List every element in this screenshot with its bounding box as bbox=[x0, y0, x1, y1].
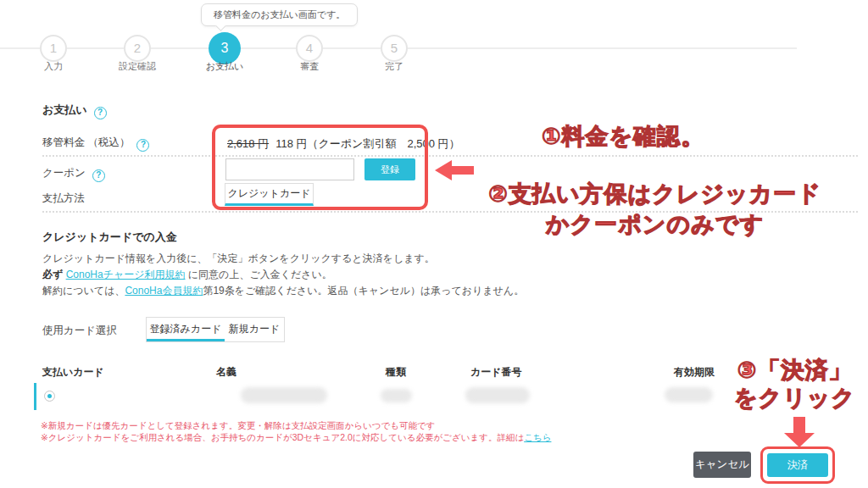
step-tooltip: 移管料金のお支払い画面です。 bbox=[201, 3, 358, 26]
selected-row-indicator bbox=[34, 383, 36, 410]
annotation-highlight-box bbox=[212, 125, 428, 210]
tab-registered-card[interactable]: 登録済みカード bbox=[147, 318, 225, 341]
credit-line2-rest: に同意の上、ご入金ください。 bbox=[186, 269, 332, 280]
payment-page: 移管料金のお支払い画面です。 1 2 3 4 5 入力 設定確認 お支払い 審査… bbox=[0, 0, 868, 488]
down-arrow-icon bbox=[784, 417, 815, 447]
step-circle-5: 5 bbox=[381, 35, 408, 62]
fee-label: 移管料金 （税込）? bbox=[42, 136, 149, 152]
credit-line3: 解約については、ConoHa会員規約第19条をご確認ください。返品（キャンセル）… bbox=[42, 283, 636, 299]
method-label: 支払方法 bbox=[42, 191, 85, 206]
credit-line3-pre: 解約については、 bbox=[42, 285, 125, 297]
step-tooltip-text: 移管料金のお支払い画面です。 bbox=[214, 9, 345, 19]
step-circle-4: 4 bbox=[296, 35, 323, 62]
details-link[interactable]: こちら bbox=[524, 432, 551, 442]
credit-section-paragraph: クレジットカード情報を入力後に、「決定」ボタンをクリックすると決済をします。 必… bbox=[42, 251, 636, 299]
cancel-button[interactable]: キャンセル bbox=[693, 452, 751, 478]
note-2: ※クレジットカードをご利用される場合、お手持ちのカードが3Dセキュア2.0に対応… bbox=[41, 432, 551, 444]
step-circle-1: 1 bbox=[40, 35, 67, 62]
fee-label-text: 移管料金 （税込） bbox=[42, 136, 130, 148]
credit-line2-bold: 必ず bbox=[42, 269, 66, 280]
credit-section-heading: クレジットカードでの入金 bbox=[42, 230, 177, 245]
credit-line2: 必ず ConoHaチャージ利用規約 に同意の上、ご入金ください。 bbox=[42, 267, 636, 283]
col-type: 種類 bbox=[386, 365, 406, 380]
card-type-redacted bbox=[381, 389, 412, 402]
annotation-step3: ③「決済」 をクリック bbox=[725, 357, 865, 413]
left-arrow-icon bbox=[435, 160, 474, 180]
member-terms-link[interactable]: ConoHa会員規約 bbox=[125, 285, 203, 297]
step-label-confirm: 設定確認 bbox=[99, 60, 175, 73]
col-name: 名義 bbox=[216, 365, 236, 380]
annotation-step2-line1: ②支払い方保はクレジッカード bbox=[453, 179, 856, 209]
credit-line3-rest: 第19条をご確認ください。返品（キャンセル）は承っておりません。 bbox=[203, 285, 524, 297]
annotation-step3-line1: ③「決済」 bbox=[725, 357, 865, 385]
step-label-review: 審査 bbox=[271, 60, 348, 73]
card-select-tabs: 登録済みカード 新規カード bbox=[146, 317, 285, 342]
card-number-redacted bbox=[465, 387, 530, 403]
help-icon[interactable]: ? bbox=[92, 169, 105, 182]
annotation-step3-line2: をクリック bbox=[725, 385, 865, 413]
step-label-payment: お支払い bbox=[186, 60, 263, 73]
note-1: ※新規カードは優先カードとして登録されます。変更・解除は支払設定画面からいつでも… bbox=[41, 420, 435, 432]
divider bbox=[42, 155, 858, 157]
card-expiry-redacted bbox=[665, 387, 713, 402]
coupon-label: クーポン? bbox=[42, 166, 105, 182]
credit-line1: クレジットカード情報を入力後に、「決定」ボタンをクリックすると決済をします。 bbox=[42, 251, 636, 267]
card-name-redacted bbox=[241, 387, 327, 403]
coupon-label-text: クーポン bbox=[42, 167, 86, 179]
annotation-step1: ①料金を確認。 bbox=[487, 121, 759, 152]
annotation-step2-line2: かクーポンのみです bbox=[453, 209, 856, 240]
submit-button[interactable]: 決済 bbox=[767, 453, 828, 477]
step-label-input: 入力 bbox=[15, 60, 92, 73]
payment-heading: お支払い? bbox=[42, 103, 107, 119]
payment-heading-text: お支払い bbox=[42, 103, 87, 116]
card-select-label: 使用カード選択 bbox=[42, 324, 117, 338]
annotation-step2: ②支払い方保はクレジッカード かクーポンのみです bbox=[453, 179, 856, 240]
charge-terms-link[interactable]: ConoHaチャージ利用規約 bbox=[66, 269, 186, 280]
note-2-text: ※クレジットカードをご利用される場合、お手持ちのカードが3Dセキュア2.0に対応… bbox=[41, 432, 524, 442]
col-payment-card: 支払いカード bbox=[42, 365, 104, 380]
help-icon[interactable]: ? bbox=[136, 139, 149, 152]
step-circle-2: 2 bbox=[124, 35, 151, 62]
col-number: カード番号 bbox=[470, 365, 522, 380]
card-radio-selected[interactable] bbox=[44, 391, 55, 402]
tab-new-card[interactable]: 新規カード bbox=[225, 318, 284, 341]
help-icon[interactable]: ? bbox=[94, 107, 107, 119]
col-expiry: 有効期限 bbox=[674, 365, 715, 380]
step-label-done: 完了 bbox=[356, 60, 432, 73]
